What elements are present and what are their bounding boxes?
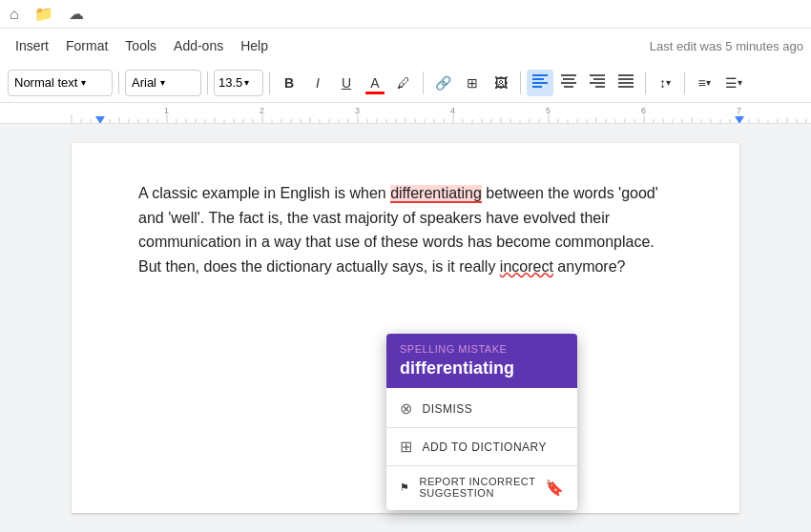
top-bar: ⌂ 📁 ☁ (0, 0, 811, 29)
misspelled-word[interactable]: differentiating (390, 185, 482, 203)
unordered-list-button[interactable]: ≡ ▾ (691, 70, 717, 96)
spell-divider-2 (386, 465, 577, 466)
font-selector[interactable]: Arial ▾ (125, 70, 201, 96)
align-right-button[interactable] (584, 70, 611, 96)
font-chevron-icon: ▾ (160, 77, 165, 88)
document-body: A classic example in English is when dif… (138, 181, 673, 278)
report-incorrect-action[interactable]: ⚑ REPORT INCORRECTSUGGESTION (400, 476, 535, 499)
separator-5 (520, 72, 521, 94)
report-icon: ⚑ (400, 481, 410, 494)
font-label: Arial (132, 75, 156, 90)
text-color-button[interactable]: A (362, 70, 388, 96)
style-chevron-icon: ▾ (81, 77, 86, 88)
add-dict-icon: ⊞ (400, 438, 413, 456)
document-page: A classic example in English is when dif… (72, 143, 739, 513)
unordered-list-icon: ≡ (697, 75, 705, 91)
highlight-button[interactable]: 🖊 (390, 70, 417, 96)
menu-insert[interactable]: Insert (8, 34, 56, 57)
svg-rect-8 (590, 74, 605, 76)
spell-actions-list: ⊗ DISMISS ⊞ ADD TO DICTIONARY ⚑ REPORT I… (386, 388, 577, 510)
link-button[interactable]: 🔗 (429, 70, 457, 96)
italic-button[interactable]: I (304, 70, 331, 96)
menu-tools[interactable]: Tools (117, 34, 164, 57)
bold-button[interactable]: B (276, 70, 302, 96)
text-color-label: A (370, 75, 379, 91)
document-area: A classic example in English is when dif… (0, 124, 811, 532)
spell-divider-1 (386, 427, 577, 428)
spelling-mistake-label: Spelling mistake (400, 343, 564, 355)
svg-rect-7 (564, 86, 573, 88)
font-size-selector[interactable]: 13.5 ▾ (214, 70, 263, 96)
spell-popup-header: Spelling mistake differentiating (386, 334, 577, 388)
align-center-icon (561, 74, 576, 91)
report-label: REPORT INCORRECTSUGGESTION (420, 476, 536, 499)
svg-rect-12 (618, 74, 634, 76)
home-icon[interactable]: ⌂ (10, 6, 19, 23)
svg-rect-0 (532, 74, 548, 76)
olist-chevron-icon: ▾ (738, 77, 742, 88)
justify-icon (618, 74, 634, 91)
align-left-button[interactable] (527, 70, 553, 96)
add-dict-label: ADD TO DICTIONARY (423, 440, 548, 454)
align-right-icon (590, 74, 605, 91)
text-color-bar (365, 92, 385, 94)
separator-2 (207, 72, 208, 94)
svg-rect-6 (561, 82, 576, 84)
svg-rect-15 (618, 86, 634, 88)
toolbar: Normal text ▾ Arial ▾ 13.5 ▾ B I U A 🖊 🔗… (0, 63, 811, 103)
menu-help[interactable]: Help (233, 34, 276, 57)
font-size-chevron-icon: ▾ (244, 77, 249, 88)
svg-rect-1 (532, 78, 544, 80)
ruler (0, 103, 811, 124)
separator-6 (645, 72, 646, 94)
menu-format[interactable]: Format (58, 34, 115, 57)
highlight-icon: 🖊 (397, 75, 410, 91)
ordered-list-button[interactable]: ☰ ▾ (719, 70, 748, 96)
dismiss-label: DISMISS (423, 402, 473, 416)
spelling-suggestion[interactable]: differentiating (400, 358, 564, 379)
svg-rect-9 (593, 78, 605, 80)
svg-rect-4 (561, 74, 576, 76)
svg-rect-14 (618, 82, 634, 84)
add-to-dict-action[interactable]: ⊞ ADD TO DICTIONARY (386, 430, 577, 463)
dismiss-action[interactable]: ⊗ DISMISS (386, 392, 577, 425)
bookmark-icon[interactable]: 🔖 (545, 479, 564, 497)
folder-icon[interactable]: 📁 (34, 5, 53, 23)
align-left-icon (532, 74, 548, 91)
justify-button[interactable] (613, 70, 639, 96)
ordered-list-icon: ☰ (725, 75, 738, 91)
last-edit-text: Last edit was 5 minutes ago (650, 39, 803, 53)
line-spacing-button[interactable]: ↕ ▾ (652, 70, 678, 96)
image-icon: 🖼 (494, 75, 508, 91)
insert-icon: ⊞ (467, 75, 478, 91)
report-row: ⚑ REPORT INCORRECTSUGGESTION 🔖 (386, 468, 577, 506)
cloud-icon[interactable]: ☁ (69, 5, 84, 23)
svg-rect-2 (532, 82, 548, 84)
line-spacing-chevron-icon: ▾ (666, 77, 671, 88)
separator-4 (423, 72, 424, 94)
incorrect-word[interactable]: incorect (500, 258, 553, 275)
separator-1 (118, 72, 119, 94)
spell-check-popup: Spelling mistake differentiating ⊗ DISMI… (386, 334, 577, 510)
align-center-button[interactable] (555, 70, 582, 96)
dismiss-icon: ⊗ (400, 399, 413, 418)
style-selector[interactable]: Normal text ▾ (8, 70, 113, 96)
underline-button[interactable]: U (333, 70, 360, 96)
font-size-label: 13.5 (218, 75, 242, 90)
insert-button[interactable]: ⊞ (459, 70, 486, 96)
menu-addons[interactable]: Add-ons (166, 34, 231, 57)
link-icon: 🔗 (435, 75, 451, 91)
image-button[interactable]: 🖼 (488, 70, 514, 96)
list-chevron-icon: ▾ (706, 77, 711, 88)
menu-bar: Insert Format Tools Add-ons Help Last ed… (0, 29, 811, 63)
svg-rect-10 (590, 82, 605, 84)
style-label: Normal text (14, 75, 77, 90)
separator-3 (269, 72, 270, 94)
svg-rect-5 (563, 78, 574, 80)
svg-rect-13 (618, 78, 634, 80)
svg-rect-3 (532, 86, 542, 88)
svg-rect-11 (595, 86, 605, 88)
line-spacing-icon: ↕ (659, 75, 666, 91)
separator-7 (684, 72, 685, 94)
